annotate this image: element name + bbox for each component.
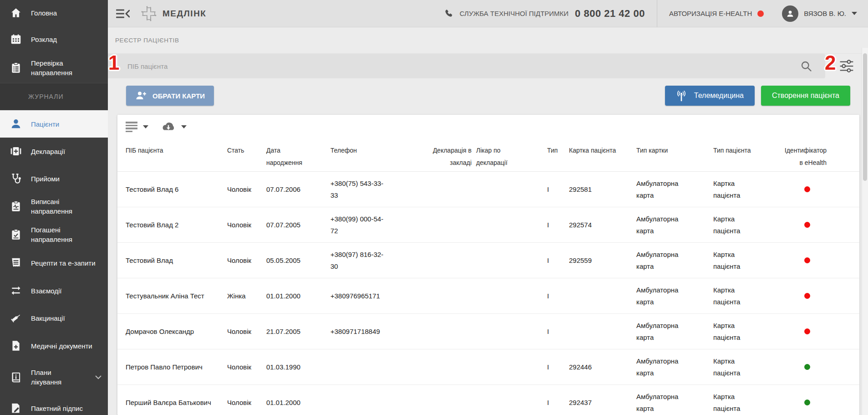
select-cards-button[interactable]: ОБРАТИ КАРТИ	[126, 86, 214, 106]
sidebar-item-label: Перевірка направлення	[31, 58, 98, 77]
table-view-menu[interactable]	[126, 122, 148, 132]
ehealth-auth-indicator	[757, 10, 764, 17]
cell-ehealth-status	[787, 243, 831, 278]
user-name: ВЯЗОВ В. Ю.	[804, 10, 846, 17]
cell-dob: 21.07.2005	[266, 314, 330, 349]
cell-patient-type: Картка пацієнта	[713, 349, 787, 384]
table-row[interactable]: Тестовий Влад 2 Чоловік 07.07.2005 +380(…	[117, 207, 859, 243]
cell-gender: Чоловік	[227, 349, 266, 384]
clipboard-pulse-icon	[10, 200, 22, 212]
status-dot	[804, 364, 810, 370]
cell-actions	[831, 243, 851, 278]
sidebar-item-label: Прийоми	[31, 174, 60, 184]
support-phone-number: 0 800 21 42 00	[575, 8, 645, 20]
sidebar-item-declarations[interactable]: Декларації	[0, 138, 108, 165]
status-dot	[804, 328, 810, 334]
row-menu-button[interactable]	[837, 188, 841, 191]
cell-actions	[831, 207, 851, 242]
filter-sliders-button[interactable]	[839, 59, 854, 73]
cell-declaration	[410, 385, 476, 415]
telemedicine-button[interactable]: Телемедицина	[665, 86, 755, 106]
sidebar: Головна Розклад Перевірка направлення ЖУ…	[0, 0, 108, 415]
caret-down-icon	[181, 125, 187, 128]
status-dot	[804, 400, 810, 405]
cloud-download-icon	[161, 122, 176, 132]
clipboard-check-icon	[10, 229, 22, 241]
patients-table-card: ПІБ пацієнта Стать Дата народження Телеф…	[117, 115, 859, 415]
sidebar-item-vaccinations[interactable]: Вакцинації	[0, 304, 108, 332]
cell-phone	[330, 385, 410, 415]
chevron-down-icon	[95, 375, 102, 379]
search-input[interactable]	[127, 62, 765, 70]
table-export-menu[interactable]	[161, 122, 187, 132]
sidebar-item-issued-referrals[interactable]: Виписані направлення	[0, 192, 108, 220]
column-header: Тип картки	[636, 139, 713, 171]
row-menu-button[interactable]	[837, 365, 841, 369]
cell-name: Тестувальник Аліна Тест	[126, 278, 227, 313]
user-menu[interactable]: ВЯЗОВ В. Ю.	[782, 5, 857, 22]
sidebar-item-label: Вакцинації	[31, 313, 65, 323]
sidebar-item-treatment-plans[interactable]: Плани лікування	[0, 360, 108, 395]
sidebar-item-appointments[interactable]: Прийоми	[0, 165, 108, 192]
sidebar-item-label: Рецепти та е-запити	[31, 258, 96, 268]
row-menu-button[interactable]	[837, 259, 841, 262]
row-menu-button[interactable]	[837, 294, 841, 298]
sidebar-item-schedule[interactable]: Розклад	[0, 26, 108, 53]
sidebar-item-label: Головна	[31, 8, 57, 18]
table-row[interactable]: Тестовий Влад Чоловік 05.05.2005 +380(97…	[117, 243, 859, 278]
table-row[interactable]: Тестувальник Аліна Тест Жінка 01.01.2000…	[117, 278, 859, 314]
cell-ehealth-status	[787, 314, 831, 349]
person-add-icon	[135, 91, 147, 101]
cell-phone: +380976965171	[330, 278, 410, 313]
som-marker-2: 2	[825, 53, 836, 73]
sidebar-item-referral-check[interactable]: Перевірка направлення	[0, 53, 108, 83]
cell-phone: +380(99) 000-54-72	[330, 207, 410, 242]
cell-type: I	[547, 172, 569, 207]
table-row[interactable]: Тестовий Влад 6 Чоловік 07.07.2006 +380(…	[117, 172, 859, 207]
cell-dob: 01.01.2000	[266, 278, 330, 313]
sidebar-item-medical-documents[interactable]: Медичні документи	[0, 332, 108, 360]
cell-actions	[831, 278, 851, 313]
cell-card-number: 292559	[569, 243, 636, 278]
table-toolbar	[117, 115, 859, 139]
sidebar-item-redeemed-referrals[interactable]: Погашені направлення	[0, 220, 108, 249]
sidebar-item-home[interactable]: Головна	[0, 0, 108, 26]
main-area: МЕДЛІНК СЛУЖБА ТЕХНІЧНОЇ ПІДТРИМКИ 0 800…	[108, 0, 868, 415]
cell-card-number: 292437	[569, 385, 636, 415]
sidebar-item-prescriptions[interactable]: Рецепти та е-запити	[0, 249, 108, 277]
scrollbar[interactable]	[862, 48, 868, 415]
row-menu-button[interactable]	[837, 330, 841, 333]
cell-doctor	[476, 243, 547, 278]
chevron-down-icon	[852, 12, 857, 15]
column-header: Картка пацієнта	[569, 139, 636, 171]
support-label: СЛУЖБА ТЕХНІЧНОЇ ПІДТРИМКИ	[460, 10, 569, 17]
table-row[interactable]: Петров Павло Петрович Чоловік 01.03.1990…	[117, 349, 859, 385]
cell-name: Тестовий Влад 2	[126, 207, 227, 242]
table-row[interactable]: Домрачов Олександр Чоловік 21.07.2005 +3…	[117, 314, 859, 349]
cell-card-number: 292446	[569, 349, 636, 384]
swap-arrows-icon	[10, 285, 22, 297]
antenna-icon	[676, 90, 687, 102]
table-row[interactable]: Перший Валєра Батькович Чоловік 01.01.20…	[117, 385, 859, 415]
sidebar-item-batch-signature[interactable]: Пакетний підпис	[0, 395, 108, 415]
sidebar-item-interactions[interactable]: Взаємодії	[0, 277, 108, 304]
sidebar-collapse-button[interactable]	[116, 9, 130, 19]
sidebar-item-patients[interactable]: Пацієнти	[0, 110, 108, 138]
row-menu-button[interactable]	[837, 223, 841, 227]
row-menu-button[interactable]	[837, 401, 841, 405]
telemedicine-label: Телемедицина	[694, 92, 744, 100]
cell-name: Тестовий Влад 6	[126, 172, 227, 207]
support-block: СЛУЖБА ТЕХНІЧНОЇ ПІДТРИМКИ 0 800 21 42 0…	[444, 8, 645, 20]
create-patient-button[interactable]: Створення пацієнта	[761, 86, 850, 106]
search-icon[interactable]	[800, 60, 812, 72]
avatar	[782, 5, 798, 22]
cell-gender: Чоловік	[227, 243, 266, 278]
cell-actions	[831, 172, 851, 207]
column-header: ПІБ пацієнта	[126, 139, 227, 171]
ehealth-auth-status[interactable]: АВТОРИЗАЦІЯ E-HEALTH	[669, 10, 764, 17]
sidebar-section-journals: ЖУРНАЛИ	[0, 83, 108, 110]
cell-type: I	[547, 349, 569, 384]
cell-dob: 05.05.2005	[266, 243, 330, 278]
scrollbar-thumb[interactable]	[863, 53, 867, 181]
stethoscope-icon	[10, 173, 22, 184]
